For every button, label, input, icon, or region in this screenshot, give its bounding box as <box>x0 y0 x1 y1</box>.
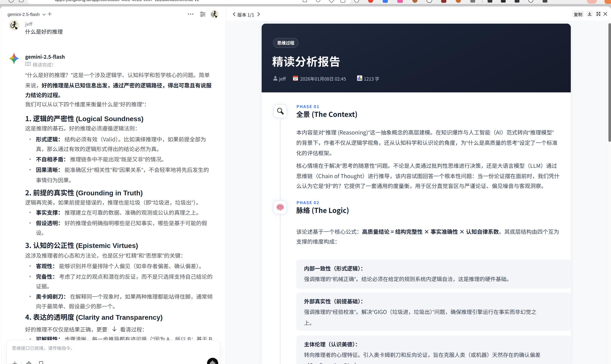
svg-text:17: 17 <box>294 78 297 80</box>
